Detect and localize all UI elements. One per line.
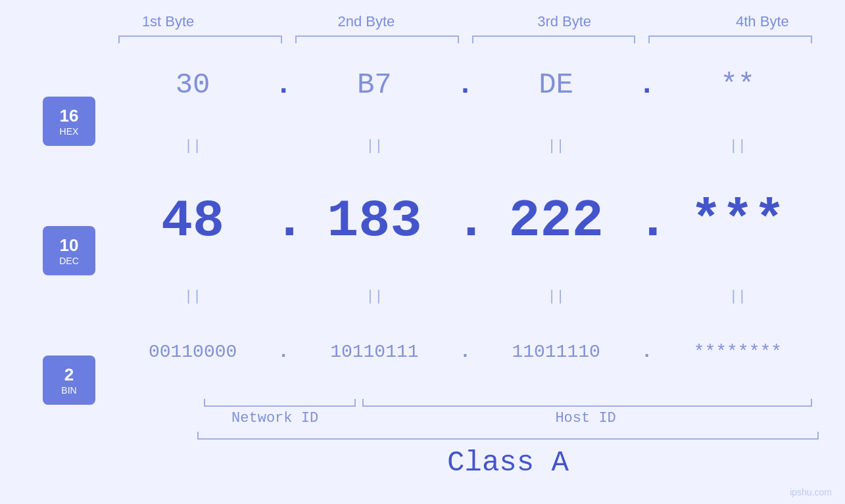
host-id-label: Host ID <box>352 410 819 426</box>
content-area: 16 HEX 10 DEC 2 BIN 30 . B7 . DE . ** <box>26 50 819 497</box>
bracket-4 <box>648 35 812 43</box>
data-grid: 30 . B7 . DE . ** || || || || 48 <box>112 50 819 497</box>
bin-dot3: . <box>641 342 652 362</box>
dec-row: 48 . 183 . 222 . *** <box>112 191 819 251</box>
bin-v3: 11011110 <box>512 342 600 362</box>
equals-row-1: || || || || <box>112 138 819 154</box>
eq2-2: || <box>293 288 455 305</box>
hex-v4: ** <box>720 68 755 101</box>
hex-dot3: . <box>639 68 656 101</box>
bottom-section: Network ID Host ID Class A <box>197 399 819 479</box>
host-id-bracket <box>362 399 812 407</box>
byte3-label: 3rd Byte <box>466 13 664 35</box>
network-id-label: Network ID <box>197 410 352 426</box>
eq2-1: || <box>112 288 274 305</box>
eq2-3: || <box>475 288 637 305</box>
byte2-label: 2nd Byte <box>267 13 465 35</box>
main-container: 1st Byte 2nd Byte 3rd Byte 4th Byte 16 H… <box>0 0 845 504</box>
labels-column: 16 HEX 10 DEC 2 BIN <box>26 50 112 497</box>
eq1-4: || <box>657 138 819 154</box>
bin-dot2: . <box>460 342 471 362</box>
hex-v3: DE <box>539 68 573 101</box>
bottom-bracket-row <box>197 399 819 407</box>
hex-v2: B7 <box>357 68 392 101</box>
byte4-label: 4th Byte <box>664 13 845 35</box>
hex-label: HEX <box>60 126 79 137</box>
network-id-bracket <box>204 399 356 407</box>
bin-label: BIN <box>61 385 76 396</box>
eq1-3: || <box>475 138 637 154</box>
bin-v2: 10110111 <box>330 342 418 362</box>
bracket-1 <box>118 35 282 43</box>
dec-num: 10 <box>60 235 79 256</box>
dec-v3: 222 <box>509 191 604 251</box>
bin-badge: 2 BIN <box>43 355 95 405</box>
header-row: 1st Byte 2nd Byte 3rd Byte 4th Byte <box>69 13 845 35</box>
byte1-label: 1st Byte <box>69 13 267 35</box>
id-labels-row: Network ID Host ID <box>197 410 819 426</box>
hex-dot1: . <box>275 68 292 101</box>
dec-v2: 183 <box>327 191 422 251</box>
dec-v1: 48 <box>161 191 224 251</box>
dec-label: DEC <box>59 256 79 266</box>
bin-dot1: . <box>278 342 289 362</box>
eq2-4: || <box>657 288 819 305</box>
watermark: ipshu.com <box>790 487 832 497</box>
eq1-2: || <box>293 138 455 154</box>
dec-v4: *** <box>690 191 785 251</box>
top-bracket-row <box>112 35 819 43</box>
bin-row: 00110000 . 10110111 . 11011110 . *******… <box>112 342 819 362</box>
eq1-1: || <box>112 138 274 154</box>
bracket-2 <box>295 35 459 43</box>
equals-row-2: || || || || <box>112 288 819 305</box>
hex-row: 30 . B7 . DE . ** <box>112 68 819 101</box>
bin-v4: ******** <box>694 342 782 362</box>
hex-num: 16 <box>60 106 79 126</box>
bin-num: 2 <box>64 365 74 385</box>
hex-v1: 30 <box>176 68 210 101</box>
bin-v1: 00110000 <box>149 342 237 362</box>
class-label: Class A <box>447 446 569 479</box>
hex-dot2: . <box>456 68 473 101</box>
full-bottom-bracket <box>197 432 819 440</box>
bracket-3 <box>472 35 636 43</box>
hex-badge: 16 HEX <box>43 97 95 146</box>
dec-badge: 10 DEC <box>43 226 95 275</box>
